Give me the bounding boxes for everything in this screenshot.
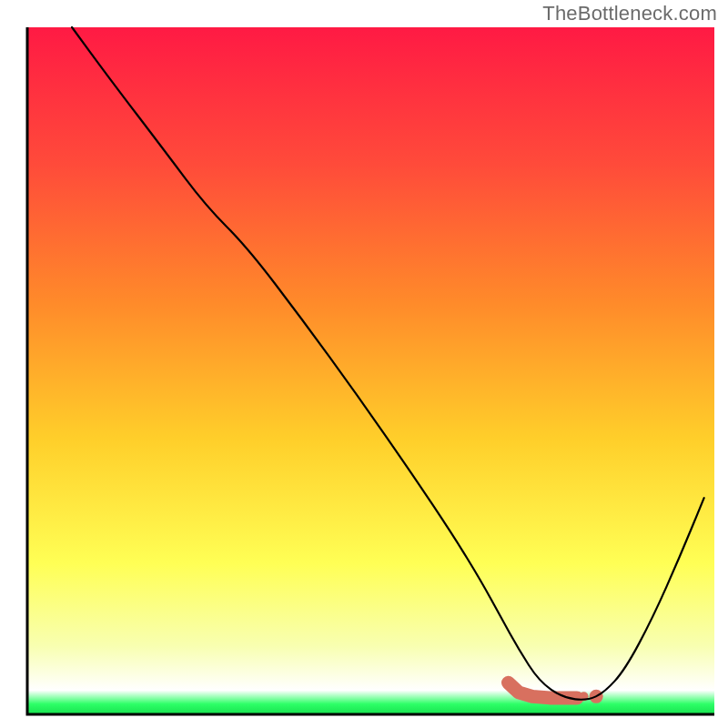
chart-container: TheBottleneck.com (0, 0, 728, 728)
gradient-background (27, 27, 714, 714)
watermark-text: TheBottleneck.com (542, 2, 717, 25)
bottleneck-chart (0, 0, 728, 728)
